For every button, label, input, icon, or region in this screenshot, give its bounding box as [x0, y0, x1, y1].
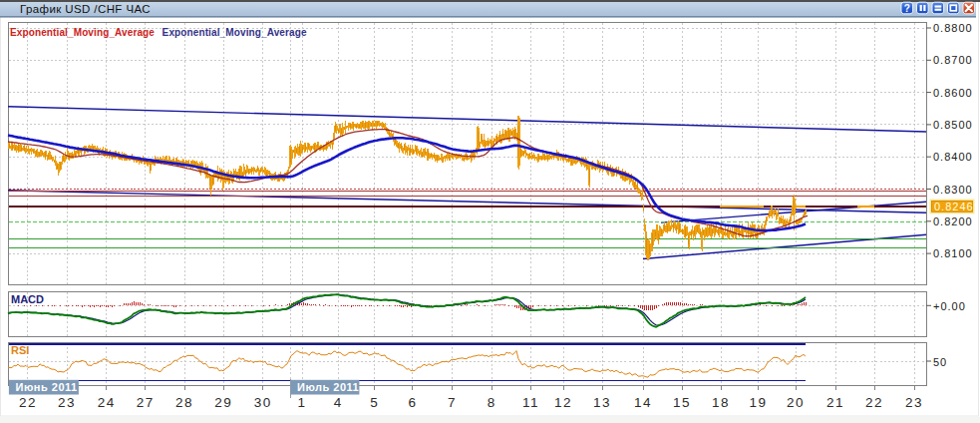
- svg-text:13: 13: [593, 395, 611, 410]
- svg-text:Июль 2011: Июль 2011: [297, 381, 359, 393]
- svg-text:23: 23: [58, 395, 76, 410]
- svg-text:30: 30: [254, 395, 272, 410]
- svg-text:MACD: MACD: [11, 293, 44, 305]
- svg-text:0.8500: 0.8500: [933, 119, 973, 131]
- svg-text:14: 14: [634, 395, 652, 410]
- svg-text:12: 12: [554, 395, 572, 410]
- svg-text:График USD /CHF ЧАС: График USD /CHF ЧАС: [20, 3, 151, 15]
- svg-text:19: 19: [749, 395, 767, 410]
- svg-text:?: ?: [904, 3, 910, 14]
- svg-text:Июнь 2011: Июнь 2011: [16, 381, 78, 393]
- svg-text:0.8200: 0.8200: [933, 215, 973, 227]
- svg-text:0.8700: 0.8700: [933, 54, 973, 66]
- svg-text:8: 8: [488, 395, 496, 410]
- svg-text:20: 20: [787, 395, 805, 410]
- svg-text:22: 22: [19, 395, 37, 410]
- svg-text:4: 4: [334, 395, 343, 410]
- svg-text:0.8300: 0.8300: [933, 184, 973, 196]
- svg-text:0.8100: 0.8100: [933, 247, 973, 259]
- svg-text:18: 18: [712, 395, 730, 410]
- svg-text:5: 5: [370, 395, 379, 410]
- svg-text:50: 50: [933, 356, 947, 368]
- svg-text:6: 6: [408, 395, 417, 410]
- svg-text:27: 27: [137, 395, 155, 410]
- svg-text:Exponential_Moving_Average: Exponential_Moving_Average: [10, 27, 155, 38]
- svg-text:1: 1: [297, 395, 306, 410]
- svg-text:28: 28: [175, 395, 193, 410]
- svg-text:24: 24: [98, 395, 116, 410]
- svg-text:RSI: RSI: [11, 344, 29, 356]
- svg-text:Exponential_Moving_Average: Exponential_Moving_Average: [163, 27, 307, 38]
- svg-text:21: 21: [826, 395, 844, 410]
- svg-text:11: 11: [522, 395, 539, 410]
- svg-text:+0.00: +0.00: [933, 300, 966, 312]
- svg-text:23: 23: [905, 395, 923, 410]
- svg-text:0.8600: 0.8600: [933, 87, 973, 99]
- svg-text:15: 15: [673, 395, 691, 410]
- svg-text:7: 7: [448, 395, 457, 410]
- svg-text:29: 29: [214, 395, 232, 410]
- svg-text:22: 22: [865, 395, 883, 410]
- svg-text:0.8800: 0.8800: [933, 22, 973, 34]
- svg-text:0.8246: 0.8246: [934, 201, 974, 212]
- svg-text:0.8400: 0.8400: [933, 151, 973, 163]
